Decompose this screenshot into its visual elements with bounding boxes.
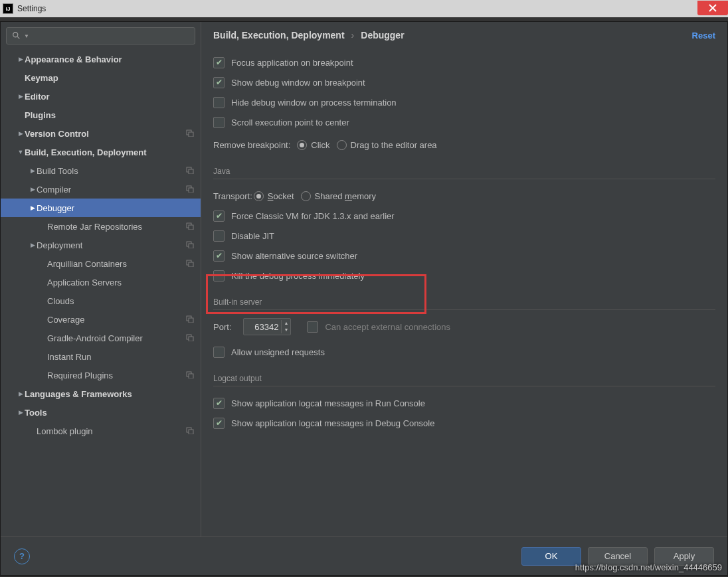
tree-label: Build Tools	[37, 166, 78, 176]
expand-arrow-icon: ▶	[17, 130, 25, 137]
svg-rect-5	[189, 169, 193, 174]
tree-label: Gradle-Android Compiler	[47, 333, 143, 343]
sidebar-item-compiler[interactable]: ▶Compiler	[1, 180, 201, 199]
checkbox[interactable]	[213, 117, 225, 128]
checkbox-external[interactable]	[307, 321, 318, 333]
option-alt-source-switcher[interactable]: Show alternative source switcher	[213, 246, 715, 266]
scope-icon	[186, 166, 194, 176]
window-title: Settings	[17, 4, 697, 13]
sidebar-item-clouds[interactable]: Clouds	[1, 291, 201, 310]
checkbox[interactable]	[213, 250, 225, 262]
scope-icon	[186, 426, 194, 436]
breadcrumb-separator: ›	[351, 30, 355, 41]
option-force-classic-vm[interactable]: Force Classic VM for JDK 1.3.x and earli…	[213, 206, 715, 226]
content-panel: Build, Execution, Deployment › Debugger …	[201, 22, 727, 536]
svg-point-0	[13, 33, 18, 37]
svg-rect-9	[189, 225, 193, 230]
help-button[interactable]: ?	[14, 548, 30, 564]
checkbox[interactable]	[213, 230, 225, 242]
sidebar-item-instant-run[interactable]: Instant Run	[1, 347, 201, 366]
svg-rect-3	[189, 132, 193, 137]
option-scroll-center[interactable]: Scroll execution point to center	[213, 112, 715, 132]
sidebar-item-application-servers[interactable]: Application Servers	[1, 273, 201, 291]
tree-label: Keymap	[25, 73, 58, 83]
sidebar-item-plugins[interactable]: Plugins	[1, 106, 201, 124]
app-icon: IJ	[3, 3, 13, 14]
breadcrumb-parent[interactable]: Build, Execution, Deployment	[213, 30, 345, 41]
scope-icon	[186, 129, 194, 139]
radio-click[interactable]	[297, 140, 307, 150]
svg-rect-19	[189, 374, 193, 378]
ok-button[interactable]: OK	[521, 547, 581, 566]
option-kill-debug[interactable]: Kill the debug process immediately	[213, 266, 715, 286]
checkbox[interactable]	[213, 398, 225, 409]
option-logcat-run[interactable]: Show application logcat messages in Run …	[213, 393, 715, 413]
tree-label: Arquillian Containers	[47, 259, 127, 269]
port-label: Port:	[213, 322, 231, 332]
checkbox[interactable]	[213, 77, 225, 88]
expand-arrow-icon: ▶	[29, 167, 37, 174]
spinner-arrows[interactable]: ▲▼	[281, 320, 290, 333]
option-allow-unsigned[interactable]: Allow unsigned requests	[213, 342, 715, 362]
expand-arrow-icon: ▶	[17, 409, 25, 416]
remove-breakpoint-label: Remove breakpoint:	[213, 140, 290, 150]
tree-label: Deployment	[37, 240, 82, 250]
sidebar-item-deployment[interactable]: ▶Deployment	[1, 236, 201, 254]
tree-label: Instant Run	[47, 352, 92, 362]
svg-rect-7	[189, 188, 193, 193]
reset-link[interactable]: Reset	[692, 31, 715, 41]
port-input[interactable]	[244, 322, 281, 332]
tree-label: Debugger	[37, 203, 74, 213]
sidebar-item-debugger[interactable]: ▶Debugger	[1, 199, 201, 217]
option-focus-app[interactable]: Focus application on breakpoint	[213, 52, 715, 72]
checkbox[interactable]	[213, 57, 225, 68]
sidebar-item-appearance-behavior[interactable]: ▶Appearance & Behavior	[1, 50, 201, 68]
checkbox[interactable]	[213, 210, 225, 222]
option-hide-debug-window[interactable]: Hide debug window on process termination	[213, 92, 715, 112]
svg-rect-11	[189, 244, 193, 248]
radio-drag[interactable]	[337, 140, 347, 150]
checkbox[interactable]	[213, 270, 225, 282]
checkbox[interactable]	[213, 97, 225, 108]
tree-label: Required Plugins	[47, 371, 113, 380]
apply-button[interactable]: Apply	[654, 547, 714, 566]
option-logcat-debug[interactable]: Show application logcat messages in Debu…	[213, 413, 715, 433]
checkbox[interactable]	[213, 418, 225, 429]
sidebar-item-build-tools[interactable]: ▶Build Tools	[1, 161, 201, 180]
sidebar-item-keymap[interactable]: Keymap	[1, 68, 201, 87]
svg-rect-13	[189, 262, 193, 267]
tree-label: Version Control	[25, 129, 89, 139]
close-button[interactable]	[697, 1, 728, 15]
checkbox[interactable]	[213, 347, 225, 358]
option-disable-jit[interactable]: Disable JIT	[213, 226, 715, 246]
sidebar-item-gradle-android-compiler[interactable]: Gradle-Android Compiler	[1, 329, 201, 347]
tree-label: Tools	[25, 408, 47, 418]
port-spinner[interactable]: ▲▼	[243, 318, 291, 335]
cancel-button[interactable]: Cancel	[588, 547, 648, 566]
option-show-debug-window[interactable]: Show debug window on breakpoint	[213, 72, 715, 92]
svg-rect-17	[189, 337, 193, 341]
sidebar-item-languages-frameworks[interactable]: ▶Languages & Frameworks	[1, 384, 201, 403]
sidebar-item-arquillian-containers[interactable]: Arquillian Containers	[1, 254, 201, 273]
tree-label: Plugins	[25, 110, 56, 120]
footer: ? OK Cancel Apply	[1, 536, 727, 575]
sidebar-item-tools[interactable]: ▶Tools	[1, 403, 201, 422]
search-input[interactable]: ▼	[6, 27, 195, 44]
sidebar-item-remote-jar-repositories[interactable]: Remote Jar Repositories	[1, 217, 201, 236]
sidebar-item-lombok-plugin[interactable]: Lombok plugin	[1, 422, 201, 440]
settings-window: ▼ ▶Appearance & BehaviorKeymap▶EditorPlu…	[0, 21, 728, 576]
tree-label: Coverage	[47, 315, 84, 325]
sidebar-item-build-execution-deployment[interactable]: ▼Build, Execution, Deployment	[1, 143, 201, 161]
sidebar-item-coverage[interactable]: Coverage	[1, 310, 201, 329]
sidebar-item-version-control[interactable]: ▶Version Control	[1, 124, 201, 143]
tree-label: Build, Execution, Deployment	[25, 147, 146, 157]
radio-socket[interactable]	[254, 191, 264, 201]
tree-label: Compiler	[37, 185, 71, 195]
sidebar-item-editor[interactable]: ▶Editor	[1, 87, 201, 106]
svg-line-1	[17, 37, 20, 39]
radio-shared-memory[interactable]	[301, 191, 311, 201]
expand-arrow-icon: ▶	[17, 56, 25, 62]
tree-label: Editor	[25, 92, 50, 102]
search-icon	[12, 31, 21, 41]
sidebar-item-required-plugins[interactable]: Required Plugins	[1, 366, 201, 384]
